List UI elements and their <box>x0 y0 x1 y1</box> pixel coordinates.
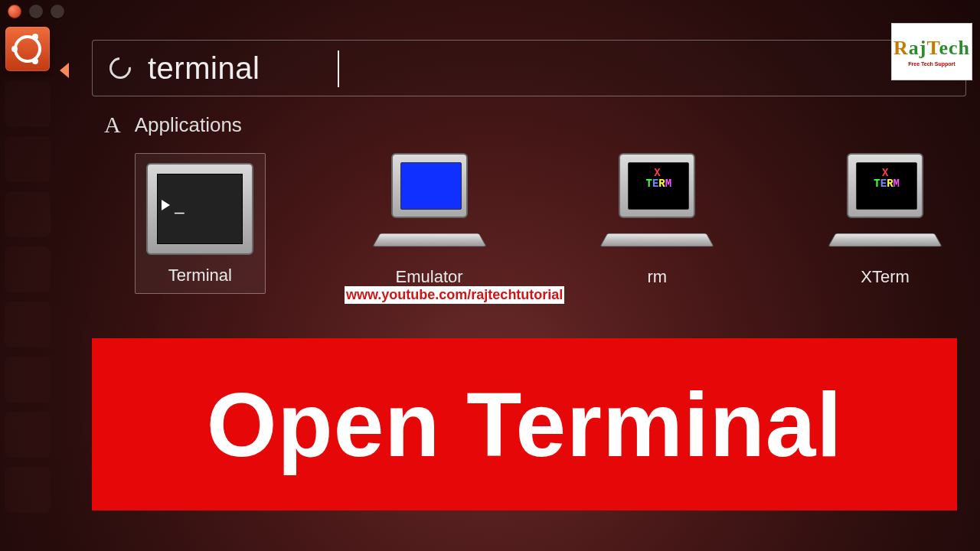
window-minimize-button[interactable] <box>29 5 43 18</box>
result-xterm[interactable]: X TERM XTerm <box>821 153 949 294</box>
launcher-item[interactable] <box>5 357 50 402</box>
result-label: Emulator <box>396 267 463 287</box>
section-label: Applications <box>135 113 242 137</box>
result-label: XTerm <box>861 267 910 287</box>
refresh-icon <box>105 53 135 83</box>
result-xterm-variant[interactable]: X TERM rm <box>593 153 721 294</box>
launcher-item[interactable] <box>5 82 50 126</box>
window-controls <box>8 5 64 18</box>
xterm-icon: X TERM <box>831 153 939 256</box>
section-header: A Applications <box>104 112 242 138</box>
xterm-icon: X TERM <box>603 153 710 256</box>
result-terminal[interactable]: _ Terminal <box>135 153 266 294</box>
text-caret <box>338 51 339 87</box>
computer-blue-icon <box>376 153 483 256</box>
launcher-pointer-icon <box>60 63 69 78</box>
launcher-item[interactable] <box>5 468 50 512</box>
dash-button[interactable] <box>5 27 50 71</box>
launcher-item[interactable] <box>5 247 50 292</box>
launcher-item[interactable] <box>5 412 50 457</box>
launcher-bar <box>0 27 55 551</box>
terminal-icon: _ <box>146 163 253 255</box>
search-results: _ Terminal Emulator X TERM rm X TERM XTe <box>135 153 949 294</box>
result-terminal-emulator[interactable]: Emulator <box>365 153 494 294</box>
result-label: rm <box>648 267 668 287</box>
launcher-item[interactable] <box>5 302 50 347</box>
launcher-item[interactable] <box>5 137 50 181</box>
video-title-overlay: Open Terminal <box>92 338 957 510</box>
applications-icon: A <box>104 112 121 138</box>
channel-logo: RajTech Free Tech Support <box>891 23 972 80</box>
overlay-url: www.youtube.com/rajtechtutorial <box>345 286 564 304</box>
window-maximize-button[interactable] <box>51 5 64 18</box>
search-input[interactable] <box>148 51 949 86</box>
result-label: Terminal <box>168 266 232 285</box>
ubuntu-logo-icon <box>14 35 41 63</box>
channel-subtitle: Free Tech Support <box>908 61 955 67</box>
launcher-item[interactable] <box>5 192 50 236</box>
window-close-button[interactable] <box>8 5 21 18</box>
dash-search-bar[interactable] <box>92 40 966 96</box>
